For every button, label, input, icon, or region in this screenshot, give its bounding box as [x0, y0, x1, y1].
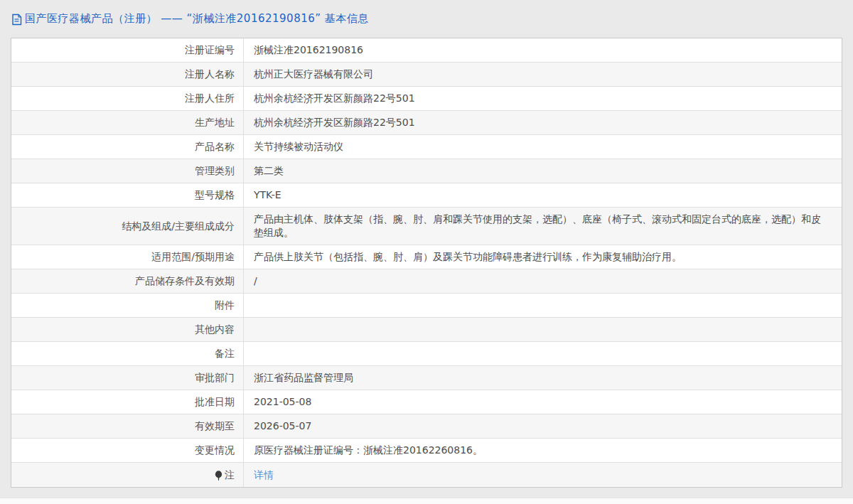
row-label: 产品名称 — [11, 135, 244, 159]
table-row: 产品储存条件及有效期 / — [11, 269, 842, 294]
table-row: 附件 — [11, 294, 842, 318]
table-row: 产品名称 关节持续被动活动仪 — [11, 135, 842, 159]
row-value: 原医疗器械注册证编号：浙械注准20162260816。 — [244, 439, 842, 462]
row-label: 生产地址 — [11, 111, 244, 134]
table-row: 管理类别 第二类 — [11, 159, 842, 183]
table-row: 生产地址 杭州余杭经济开发区新颜路22号501 — [11, 111, 842, 135]
table-row: 注册人住所 杭州余杭经济开发区新颜路22号501 — [11, 87, 842, 111]
registration-info-table: 注册证编号 浙械注准20162190816 注册人名称 杭州正大医疗器械有限公司… — [11, 38, 842, 488]
row-value — [244, 294, 842, 317]
row-label: 注册证编号 — [11, 38, 244, 62]
row-label-text: 注 — [225, 468, 235, 482]
row-value: 杭州余杭经济开发区新颜路22号501 — [244, 111, 842, 134]
table-row: 结构及组成/主要组成成分 产品由主机体、肢体支架（指、腕、肘、肩和踝关节使用的支… — [11, 208, 842, 245]
row-label: 其他内容 — [11, 318, 244, 341]
table-row: 变更情况 原医疗器械注册证编号：浙械注准20162260816。 — [11, 439, 842, 463]
row-label: 型号规格 — [11, 183, 244, 207]
table-row: 适用范围/预期用途 产品供上肢关节（包括指、腕、肘、肩）及踝关节功能障碍患者进行… — [11, 245, 842, 269]
table-row-note: 注 详情 — [11, 463, 842, 487]
table-row: 备注 — [11, 342, 842, 366]
details-link[interactable]: 详情 — [254, 468, 274, 482]
table-row: 注册证编号 浙械注准20162190816 — [11, 38, 842, 63]
table-row: 注册人名称 杭州正大医疗器械有限公司 — [11, 63, 842, 87]
row-label: 审批部门 — [11, 366, 244, 390]
row-value: 2021-05-08 — [244, 390, 842, 414]
row-label: 产品储存条件及有效期 — [11, 269, 244, 293]
table-row: 批准日期 2021-05-08 — [11, 390, 842, 414]
balloon-icon — [215, 471, 222, 481]
row-value: 浙江省药品监督管理局 — [244, 366, 842, 390]
row-label: 注册人住所 — [11, 87, 244, 110]
row-label: 批准日期 — [11, 390, 244, 414]
row-value: YTK-E — [244, 183, 842, 207]
row-value: 产品由主机体、肢体支架（指、腕、肘、肩和踝关节使用的支架，选配）、底座（椅子式、… — [244, 208, 842, 245]
table-row: 审批部门 浙江省药品监督管理局 — [11, 366, 842, 390]
row-value: 第二类 — [244, 159, 842, 183]
row-value: 杭州正大医疗器械有限公司 — [244, 63, 842, 86]
row-value: 杭州余杭经济开发区新颜路22号501 — [244, 87, 842, 110]
row-value: / — [244, 269, 842, 293]
row-value: 详情 — [244, 463, 842, 487]
row-label: 注册人名称 — [11, 63, 244, 86]
row-label: 有效期至 — [11, 414, 244, 438]
row-label: 适用范围/预期用途 — [11, 245, 244, 269]
row-label: 附件 — [11, 294, 244, 317]
table-row: 其他内容 — [11, 318, 842, 342]
row-value: 浙械注准20162190816 — [244, 38, 842, 62]
row-label: 变更情况 — [11, 439, 244, 462]
table-row: 有效期至 2026-05-07 — [11, 414, 842, 439]
row-label: 注 — [11, 463, 244, 487]
table-row: 型号规格 YTK-E — [11, 183, 842, 208]
row-value — [244, 342, 842, 365]
row-label: 备注 — [11, 342, 244, 365]
page-title: 国产医疗器械产品（注册） —— “浙械注准20162190816” 基本信息 — [25, 12, 369, 26]
row-value: 2026-05-07 — [244, 414, 842, 438]
footer-strip — [0, 498, 853, 504]
document-icon — [11, 14, 22, 26]
page-header: 国产医疗器械产品（注册） —— “浙械注准20162190816” 基本信息 — [0, 0, 853, 38]
row-value — [244, 318, 842, 341]
row-label: 管理类别 — [11, 159, 244, 183]
row-label: 结构及组成/主要组成成分 — [11, 208, 244, 245]
row-value: 关节持续被动活动仪 — [244, 135, 842, 159]
row-value: 产品供上肢关节（包括指、腕、肘、肩）及踝关节功能障碍患者进行训练，作为康复辅助治… — [244, 245, 842, 269]
